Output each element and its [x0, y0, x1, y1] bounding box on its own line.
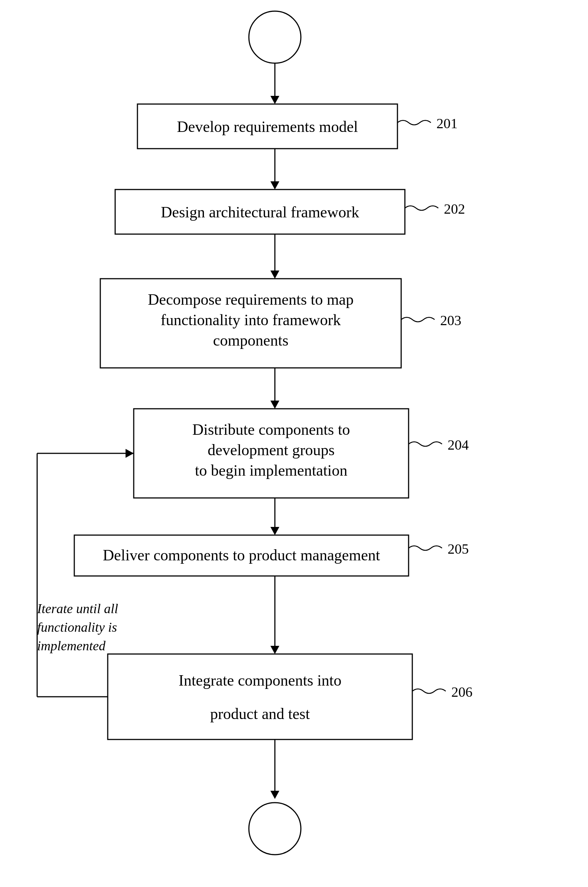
- label-204-line2: development groups: [208, 441, 334, 459]
- label-203-line2: functionality into framework: [160, 311, 340, 329]
- iterate-label-line2: functionality is: [37, 620, 117, 635]
- label-203-line3: components: [213, 332, 289, 349]
- box-206: [108, 654, 412, 740]
- ref-203: 203: [440, 312, 461, 328]
- label-204-line3: to begin implementation: [195, 462, 348, 479]
- label-203-line1: Decompose requirements to map: [148, 291, 354, 308]
- ref-201: 201: [436, 116, 458, 131]
- ref-204: 204: [448, 437, 469, 453]
- ref-206: 206: [451, 684, 472, 700]
- label-206-line2: product and test: [210, 705, 310, 722]
- diagram-container: Develop requirements model 201 Design ar…: [0, 0, 588, 887]
- end-circle: [249, 803, 301, 855]
- label-201: Develop requirements model: [177, 118, 358, 135]
- label-206-line1: Integrate components into: [178, 672, 342, 689]
- iterate-label-line1: Iterate until all: [37, 601, 118, 616]
- start-circle: [249, 11, 301, 63]
- ref-202: 202: [444, 201, 465, 217]
- label-202: Design architectural framework: [161, 204, 359, 221]
- ref-205: 205: [448, 541, 469, 557]
- label-205: Deliver components to product management: [103, 546, 380, 564]
- label-204-line1: Distribute components to: [192, 421, 350, 438]
- iterate-label-line3: implemented: [37, 638, 106, 653]
